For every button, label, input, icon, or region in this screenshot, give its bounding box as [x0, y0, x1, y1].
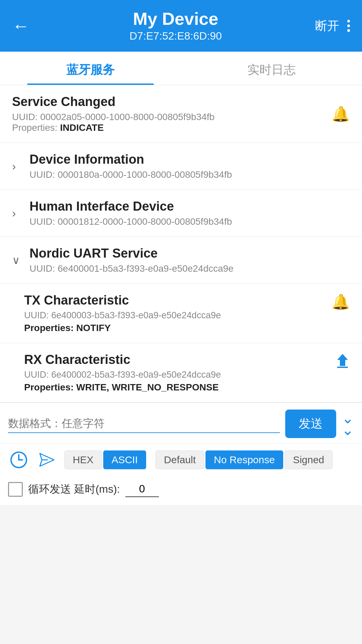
format-buttons: HEX ASCII	[64, 450, 146, 469]
chevron-down-icon-nordic: ∨	[12, 254, 24, 267]
more-menu-button[interactable]	[347, 20, 350, 32]
bell-icon-changed[interactable]: 🔔	[331, 105, 350, 123]
service-info-device-info: Device Information UUID: 0000180a-0000-1…	[29, 152, 350, 180]
service-header-nordic: ∨ Nordic UART Service UUID: 6e400001-b5a…	[12, 246, 350, 274]
app-header: ← My Device D7:E7:52:E8:6D:90 断开	[0, 0, 362, 52]
service-info-nordic: Nordic UART Service UUID: 6e400001-b5a3-…	[29, 246, 350, 274]
services-list: Service Changed UUID: 00002a05-0000-1000…	[0, 85, 362, 402]
expand-button[interactable]: ⌄ ⌄	[342, 412, 354, 436]
device-name: My Device	[36, 9, 315, 29]
service-name-nordic: Nordic UART Service	[29, 246, 350, 261]
service-name-hid: Human Interface Device	[29, 199, 350, 214]
chevron-right-icon-hid: ›	[12, 207, 24, 220]
disconnect-button[interactable]: 断开	[315, 18, 339, 34]
service-props-changed: Properties: INDICATE	[12, 122, 326, 133]
service-uuid-changed: UUID: 00002a05-0000-1000-8000-00805f9b34…	[12, 112, 326, 122]
chevron-right-icon-device-info: ›	[12, 160, 24, 173]
characteristic-item-tx: TX Characteristic UUID: 6e400003-b5a3-f3…	[0, 284, 362, 343]
back-button[interactable]: ←	[12, 16, 29, 36]
service-uuid-nordic: UUID: 6e400001-b5a3-f393-e0a9-e50e24dcca…	[29, 263, 350, 274]
service-uuid-device-info: UUID: 0000180a-0000-1000-8000-00805f9b34…	[29, 169, 350, 180]
service-item-nordic[interactable]: ∨ Nordic UART Service UUID: 6e400001-b5a…	[0, 237, 362, 284]
tab-realtime-log[interactable]: 实时日志	[181, 52, 362, 85]
bell-icon-tx[interactable]: 🔔	[331, 293, 350, 311]
service-info-hid: Human Interface Device UUID: 00001812-00…	[29, 199, 350, 227]
service-item-changed: Service Changed UUID: 00002a05-0000-1000…	[0, 85, 362, 143]
service-header-changed: Service Changed UUID: 00002a05-0000-1000…	[12, 95, 350, 133]
response-no-response-button[interactable]: No Response	[205, 450, 283, 469]
clock-icon[interactable]	[8, 449, 29, 471]
header-title-block: My Device D7:E7:52:E8:6D:90	[36, 9, 315, 42]
loop-send-area: 循环发送 延时(ms):	[0, 476, 362, 505]
char-name-rx: RX Characteristic	[24, 353, 328, 367]
tab-bluetooth-service[interactable]: 蓝牙服务	[0, 52, 181, 85]
tabs-bar: 蓝牙服务 实时日志	[0, 52, 362, 85]
header-actions: 断开	[315, 18, 350, 34]
format-ascii-button[interactable]: ASCII	[103, 450, 146, 469]
char-uuid-tx: UUID: 6e400003-b5a3-f393-e0a9-e50e24dcca…	[24, 310, 325, 321]
service-info-changed: Service Changed UUID: 00002a05-0000-1000…	[12, 95, 326, 133]
loop-label: 循环发送 延时(ms):	[28, 482, 120, 497]
send-input[interactable]	[8, 415, 280, 433]
response-buttons: Default No Response Signed	[156, 450, 333, 469]
service-name-device-info: Device Information	[29, 152, 350, 167]
char-info-tx: TX Characteristic UUID: 6e400003-b5a3-f3…	[24, 293, 325, 333]
char-uuid-rx: UUID: 6e400002-b5a3-f393-e0a9-e50e24dcca…	[24, 370, 328, 380]
char-props-rx: Properties: WRITE, WRITE_NO_RESPONSE	[24, 382, 328, 393]
svg-rect-1	[337, 367, 348, 368]
char-info-rx: RX Characteristic UUID: 6e400002-b5a3-f3…	[24, 353, 328, 393]
svg-marker-0	[337, 354, 348, 366]
char-name-tx: TX Characteristic	[24, 293, 325, 308]
send-area: 发送 ⌄ ⌄	[0, 402, 362, 443]
bottom-toolbar: HEX ASCII Default No Response Signed	[0, 443, 362, 476]
service-header-device-info: › Device Information UUID: 0000180a-0000…	[12, 152, 350, 180]
send-icon[interactable]	[36, 449, 58, 471]
service-header-hid: › Human Interface Device UUID: 00001812-…	[12, 199, 350, 227]
loop-send-checkbox[interactable]	[8, 482, 23, 497]
response-signed-button[interactable]: Signed	[285, 450, 333, 469]
service-item-device-info[interactable]: › Device Information UUID: 0000180a-0000…	[0, 143, 362, 190]
response-default-button[interactable]: Default	[156, 450, 204, 469]
char-props-tx: Properties: NOTIFY	[24, 323, 325, 333]
format-hex-button[interactable]: HEX	[64, 450, 102, 469]
service-item-hid[interactable]: › Human Interface Device UUID: 00001812-…	[0, 190, 362, 237]
characteristic-item-rx: RX Characteristic UUID: 6e400002-b5a3-f3…	[0, 343, 362, 402]
loop-delay-input[interactable]	[125, 481, 159, 497]
send-button[interactable]: 发送	[285, 410, 336, 438]
service-uuid-hid: UUID: 00001812-0000-1000-8000-00805f9b34…	[29, 216, 350, 227]
device-mac: D7:E7:52:E8:6D:90	[36, 30, 315, 42]
upload-icon-rx[interactable]	[335, 353, 350, 372]
service-name-changed: Service Changed	[12, 95, 326, 109]
